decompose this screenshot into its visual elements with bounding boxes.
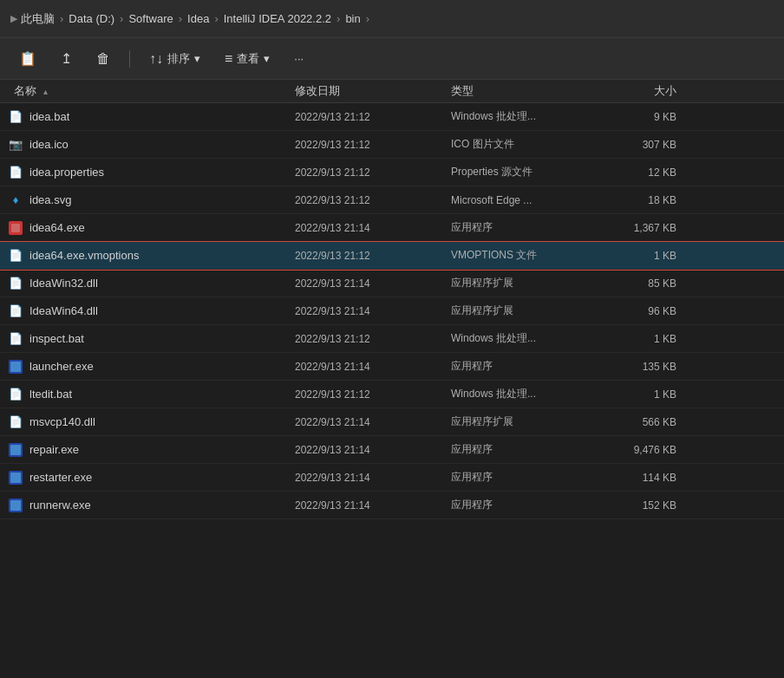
table-row[interactable]: 📄 idea.properties 2022/9/13 21:12 Proper… xyxy=(0,159,784,186)
svg-rect-5 xyxy=(10,445,21,455)
sort-icon: ↑↓ xyxy=(149,51,163,67)
table-row[interactable]: idea64.exe 2022/9/13 21:14 应用程序 1,367 KB xyxy=(0,214,784,242)
file-type-cell: 应用程序 xyxy=(451,220,607,235)
breadcrumb-software[interactable]: Software xyxy=(128,12,173,25)
table-row[interactable]: 📄 msvcp140.dll 2022/9/13 21:14 应用程序扩展 56… xyxy=(0,408,784,436)
breadcrumb-bin[interactable]: bin xyxy=(345,12,360,25)
table-row[interactable]: 📷 idea.ico 2022/9/13 21:12 ICO 图片文件 307 … xyxy=(0,131,784,159)
file-name-label: inspect.bat xyxy=(29,332,84,345)
file-name-label: idea64.exe xyxy=(29,221,85,234)
col-header-name[interactable]: 名称 ▴ xyxy=(0,83,295,99)
file-name-cell: restarter.exe xyxy=(0,469,295,486)
view-label: 查看 xyxy=(237,51,259,67)
file-date-cell: 2022/9/13 21:12 xyxy=(295,250,451,262)
file-date-cell: 2022/9/13 21:12 xyxy=(295,333,451,345)
file-size-cell: 114 KB xyxy=(607,472,694,484)
file-type-cell: 应用程序扩展 xyxy=(451,303,607,318)
file-date-cell: 2022/9/13 21:14 xyxy=(295,222,451,234)
col-header-type[interactable]: 类型 xyxy=(451,83,607,99)
file-name-label: repair.exe xyxy=(29,443,79,456)
col-header-date[interactable]: 修改日期 xyxy=(295,83,451,99)
file-icon: 📄 xyxy=(7,386,24,403)
file-type-cell: Windows 批处理... xyxy=(451,331,607,346)
file-date-cell: 2022/9/13 21:12 xyxy=(295,388,451,401)
file-date-cell: 2022/9/13 21:14 xyxy=(295,499,451,512)
share-button[interactable]: ↥ xyxy=(56,47,77,70)
file-name-label: idea.ico xyxy=(29,138,69,151)
file-date-cell: 2022/9/13 21:12 xyxy=(295,111,451,123)
table-row[interactable]: ♦ idea.svg 2022/9/13 21:12 Microsoft Edg… xyxy=(0,186,784,214)
file-type-cell: 应用程序扩展 xyxy=(451,276,607,290)
toolbar-separator-1 xyxy=(129,50,130,68)
file-size-cell: 1 KB xyxy=(607,250,694,262)
more-button[interactable]: ··· xyxy=(289,49,309,68)
file-name-label: IdeaWin64.dll xyxy=(29,304,98,317)
delete-icon: 🗑 xyxy=(96,51,110,67)
file-name-label: IdeaWin32.dll xyxy=(29,277,98,290)
file-name-cell: 📄 msvcp140.dll xyxy=(0,414,295,431)
file-name-label: runnerw.exe xyxy=(29,499,91,512)
svg-rect-9 xyxy=(10,500,21,511)
svg-rect-3 xyxy=(10,362,21,372)
file-size-cell: 18 KB xyxy=(607,194,694,206)
sort-label: 排序 xyxy=(167,51,190,67)
breadcrumb-back-arrow[interactable]: ▶ xyxy=(10,13,17,24)
file-size-cell: 1 KB xyxy=(607,333,694,345)
breadcrumb-this-pc[interactable]: 此电脑 xyxy=(21,11,55,27)
file-name-label: idea.properties xyxy=(29,166,104,179)
more-icon: ··· xyxy=(294,52,304,65)
file-icon: 📄 xyxy=(7,330,24,348)
file-name-cell: 📷 idea.ico xyxy=(0,136,295,153)
file-date-cell: 2022/9/13 21:12 xyxy=(295,166,451,179)
file-date-cell: 2022/9/13 21:14 xyxy=(295,444,451,456)
file-name-cell: 📄 ltedit.bat xyxy=(0,386,295,403)
sort-arrow-icon: ▾ xyxy=(194,52,200,65)
file-icon: 📄 xyxy=(7,108,24,126)
col-header-size[interactable]: 大小 xyxy=(607,83,694,99)
table-row[interactable]: runnerw.exe 2022/9/13 21:14 应用程序 152 KB xyxy=(0,492,784,519)
table-row[interactable]: 📄 IdeaWin64.dll 2022/9/13 21:14 应用程序扩展 9… xyxy=(0,297,784,325)
delete-button[interactable]: 🗑 xyxy=(91,48,115,70)
breadcrumb-intellij[interactable]: IntelliJ IDEA 2022.2.2 xyxy=(224,12,331,25)
file-name-cell: 📄 inspect.bat xyxy=(0,330,295,348)
table-row[interactable]: 📄 IdeaWin32.dll 2022/9/13 21:14 应用程序扩展 8… xyxy=(0,270,784,297)
clipboard-button[interactable]: 📋 xyxy=(14,47,42,70)
table-row[interactable]: repair.exe 2022/9/13 21:14 应用程序 9,476 KB xyxy=(0,436,784,464)
breadcrumb-idea[interactable]: Idea xyxy=(187,12,209,25)
file-size-cell: 1,367 KB xyxy=(607,222,694,234)
toolbar: 📋 ↥ 🗑 ↑↓ 排序 ▾ ≡ 查看 ▾ ··· xyxy=(0,38,784,80)
file-name-cell: 📄 idea64.exe.vmoptions xyxy=(0,247,295,264)
file-size-cell: 85 KB xyxy=(607,277,694,290)
table-row[interactable]: launcher.exe 2022/9/13 21:14 应用程序 135 KB xyxy=(0,353,784,381)
file-name-label: idea.bat xyxy=(29,110,69,123)
sort-button[interactable]: ↑↓ 排序 ▾ xyxy=(144,48,206,70)
file-date-cell: 2022/9/13 21:14 xyxy=(295,472,451,484)
svg-rect-1 xyxy=(11,224,20,232)
file-name-cell: launcher.exe xyxy=(0,358,295,375)
breadcrumb-data-d[interactable]: Data (D:) xyxy=(69,12,114,25)
file-list: 名称 ▴ 修改日期 类型 大小 📄 idea.bat 2022/9/13 21:… xyxy=(0,80,784,678)
file-type-cell: ICO 图片文件 xyxy=(451,137,607,152)
view-button[interactable]: ≡ 查看 ▾ xyxy=(219,48,275,70)
file-name-label: ltedit.bat xyxy=(29,388,72,401)
file-type-cell: 应用程序 xyxy=(451,470,607,485)
table-row[interactable]: 📄 ltedit.bat 2022/9/13 21:12 Windows 批处理… xyxy=(0,381,784,408)
file-date-cell: 2022/9/13 21:14 xyxy=(295,361,451,373)
file-type-cell: Windows 批处理... xyxy=(451,387,607,401)
file-size-cell: 12 KB xyxy=(607,166,694,179)
table-row[interactable]: restarter.exe 2022/9/13 21:14 应用程序 114 K… xyxy=(0,464,784,492)
file-name-label: launcher.exe xyxy=(29,360,94,373)
file-icon: ♦ xyxy=(7,192,24,209)
file-type-cell: Microsoft Edge ... xyxy=(451,194,607,206)
table-row[interactable]: 📄 idea64.exe.vmoptions 2022/9/13 21:12 V… xyxy=(0,242,784,270)
file-date-cell: 2022/9/13 21:12 xyxy=(295,139,451,151)
file-size-cell: 96 KB xyxy=(607,305,694,317)
table-row[interactable]: 📄 inspect.bat 2022/9/13 21:12 Windows 批处… xyxy=(0,325,784,353)
file-name-cell: 📄 idea.properties xyxy=(0,164,295,181)
svg-rect-7 xyxy=(10,473,21,483)
file-icon: 📄 xyxy=(7,275,24,292)
column-header: 名称 ▴ 修改日期 类型 大小 xyxy=(0,80,784,103)
file-size-cell: 9,476 KB xyxy=(607,444,694,456)
file-type-cell: 应用程序 xyxy=(451,359,607,374)
table-row[interactable]: 📄 idea.bat 2022/9/13 21:12 Windows 批处理..… xyxy=(0,103,784,131)
